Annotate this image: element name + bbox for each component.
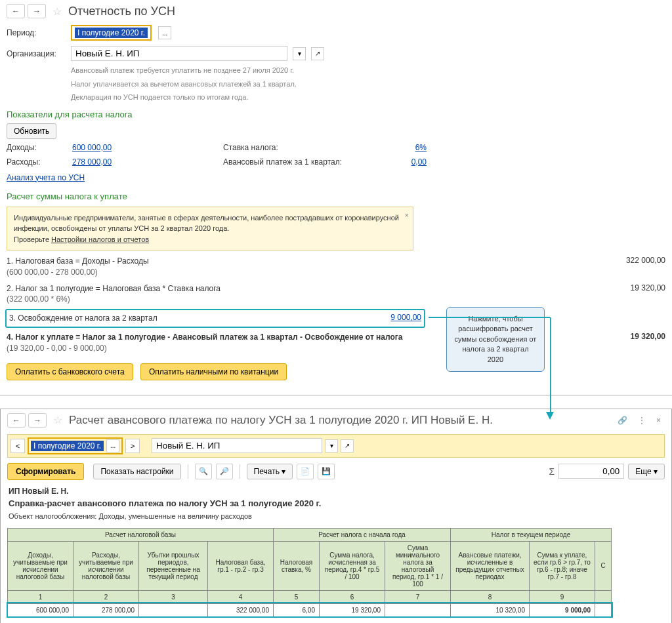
col-3: Убытки прошлых периодов, перенесенные на…: [139, 541, 208, 590]
calc-val-3-link[interactable]: 9 000,00: [356, 313, 421, 324]
col-9: Сумма к уплате, если гр.6 > гр.7, то гр.…: [530, 541, 595, 590]
arrow-head-icon: [546, 412, 554, 420]
report-object: Объект налогообложения: Доходы, уменьшен…: [9, 512, 663, 520]
bottom-page-title: Расчет авансового платежа по налогу УСН …: [69, 414, 611, 427]
expense-label: Расходы:: [7, 157, 72, 167]
table-data-row[interactable]: 600 000,00 278 000,00 322 000,00 6,00 19…: [8, 603, 612, 616]
col-8: Авансовые платежи, исчисленные в предыду…: [451, 541, 530, 590]
col-7: Сумма минимального налога за налоговый п…: [385, 541, 451, 590]
info-line-3: Декларация по УСН подается только по ито…: [71, 90, 672, 104]
calc-val-4: 19 320,00: [600, 332, 665, 354]
arrow-line-h: [429, 317, 550, 318]
org-input[interactable]: [71, 46, 287, 61]
report-org: ИП Новый Е. Н.: [9, 487, 663, 496]
sigma-icon: Σ: [549, 466, 555, 477]
generate-button[interactable]: Сформировать: [7, 463, 84, 480]
pay-cash-button[interactable]: Оплатить наличными по квитанции: [140, 363, 287, 380]
preview-icon[interactable]: 📄: [297, 464, 314, 479]
calc-row-1: 1. Налоговая база = Доходы - Расходы (60…: [7, 256, 600, 278]
expense-value[interactable]: 278 000,00: [72, 157, 223, 167]
col-6: Сумма налога, исчисленная за период, гр.…: [320, 541, 385, 590]
org-dropdown-button-2[interactable]: ▾: [325, 439, 338, 452]
col-10: С: [595, 541, 612, 590]
group-header-1: Расчет налоговой базы: [8, 528, 274, 541]
section-indicators: Показатели для расчета налога: [0, 104, 672, 122]
page-title: Отчетность по УСН: [68, 5, 175, 18]
more-button[interactable]: Еще ▾: [628, 464, 665, 479]
report-table: Расчет налоговой базы Расчет налога с на…: [7, 528, 612, 617]
save-icon[interactable]: 💾: [318, 464, 335, 479]
filter-bar: < I полугодие 2020 г. ... > ▾ ↗: [7, 434, 665, 458]
period-selector-2[interactable]: I полугодие 2020 г. ...: [28, 437, 123, 454]
calc-row-3: 3. Освобождение от налога за 2 квартал: [9, 313, 356, 324]
zoom-in-icon[interactable]: 🔍: [195, 464, 212, 479]
info-line-2: Налог уплачивается за вычетом авансовых …: [71, 77, 672, 91]
period-picker-button-2[interactable]: ...: [106, 439, 119, 452]
org-open-button-2[interactable]: ↗: [341, 439, 354, 452]
period-prev-button[interactable]: <: [10, 439, 25, 453]
rate-label: Ставка налога:: [223, 143, 374, 152]
org-input-2[interactable]: [152, 438, 322, 453]
calc-val-1: 322 000,00: [600, 256, 665, 278]
group-header-2: Расчет налога с начала года: [274, 528, 451, 541]
forward-button-2[interactable]: →: [28, 413, 47, 428]
period-label: Период:: [7, 28, 66, 37]
info-line-1: Авансовый платеж требуется уплатить не п…: [71, 64, 672, 77]
section-calc: Расчет суммы налога к уплате: [0, 186, 672, 204]
income-label: Доходы:: [7, 143, 72, 152]
rate-value[interactable]: 6%: [374, 143, 427, 152]
col-2: Расходы, учитываемые при исчислении нало…: [74, 541, 139, 590]
income-value[interactable]: 600 000,00: [72, 143, 223, 152]
calc-val-2: 19 320,00: [600, 283, 665, 306]
close-icon[interactable]: ×: [656, 416, 661, 425]
advance-value[interactable]: 0,00: [374, 157, 427, 167]
favorite-icon[interactable]: ☆: [52, 5, 62, 18]
pay-bank-button[interactable]: Оплатить с банковского счета: [7, 363, 133, 380]
menu-dots-icon[interactable]: ⋮: [638, 416, 646, 425]
period-next-button[interactable]: >: [125, 439, 140, 453]
arrow-line: [550, 317, 551, 413]
back-button-2[interactable]: ←: [7, 413, 26, 428]
warning-close-icon[interactable]: ×: [405, 210, 409, 221]
warning-box: × Индивидуальные предприниматели, заняты…: [7, 207, 413, 251]
report-title: Справка-расчет авансового платежа по нал…: [9, 498, 663, 508]
calc-row-2: 2. Налог за 1 полугодие = Налоговая база…: [7, 283, 600, 306]
col-4: Налоговая база, гр.1 - гр.2 - гр.3: [208, 541, 274, 590]
col-5: Налоговая ставка, %: [274, 541, 320, 590]
link-icon[interactable]: 🔗: [618, 416, 627, 425]
forward-button[interactable]: →: [28, 4, 46, 18]
group-header-3: Налог в текущем периоде: [451, 528, 612, 541]
org-dropdown-button[interactable]: ▾: [293, 47, 306, 60]
sum-input[interactable]: [558, 464, 624, 479]
favorite-icon-2[interactable]: ☆: [53, 414, 62, 426]
advance-label: Авансовый платеж за 1 квартал:: [223, 157, 374, 167]
refresh-button[interactable]: Обновить: [7, 123, 56, 139]
warning-settings-link[interactable]: Настройки налогов и отчетов: [51, 235, 149, 243]
org-open-button[interactable]: ↗: [311, 47, 324, 60]
period-picker-button[interactable]: ...: [158, 26, 171, 39]
period-selector[interactable]: I полугодие 2020 г.: [71, 25, 152, 41]
col-1: Доходы, учитываемые при исчислении налог…: [8, 541, 74, 590]
zoom-out-icon[interactable]: 🔎: [216, 464, 233, 479]
back-button[interactable]: ←: [7, 4, 25, 18]
print-button[interactable]: Печать ▾: [247, 464, 293, 479]
analysis-link[interactable]: Анализ учета по УСН: [0, 169, 91, 186]
org-label: Организация:: [7, 49, 66, 58]
show-settings-button[interactable]: Показать настройки: [93, 464, 180, 479]
